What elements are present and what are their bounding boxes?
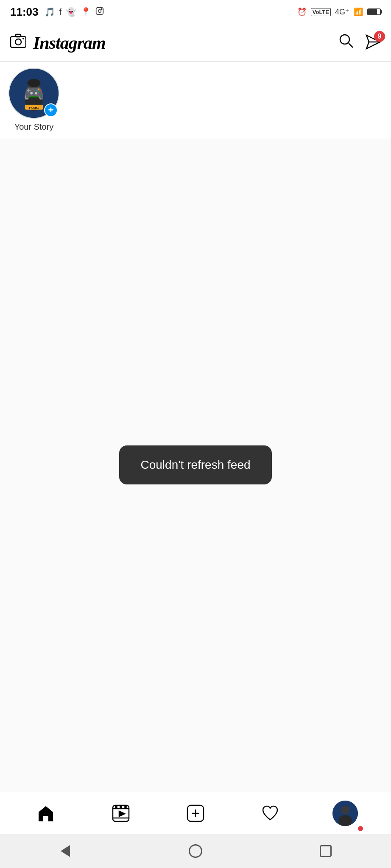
- header-left: Instagram: [10, 33, 106, 53]
- profile-avatar: [332, 801, 358, 826]
- nav-profile[interactable]: [328, 796, 362, 830]
- battery-icon: [367, 8, 381, 15]
- android-recent-button[interactable]: [315, 840, 336, 862]
- 4g-icon: 4G⁺: [335, 7, 349, 17]
- volte-label: VoLTE: [311, 8, 331, 16]
- svg-point-7: [340, 35, 349, 44]
- home-circle-icon: [189, 844, 202, 858]
- instagram-status-icon: [95, 7, 104, 17]
- instagram-logo: Instagram: [33, 33, 106, 53]
- nav-activity[interactable]: [253, 796, 287, 830]
- stories-bar: PUBG + Your Story: [0, 62, 391, 138]
- status-time: 11:03: [10, 6, 39, 19]
- android-home-button[interactable]: [185, 840, 206, 862]
- signal-icon: 📶: [354, 7, 363, 17]
- your-story-avatar-wrapper: PUBG +: [8, 68, 59, 119]
- svg-point-2: [101, 8, 102, 10]
- svg-point-25: [120, 806, 122, 808]
- snapchat-icon: 👻: [66, 7, 76, 17]
- error-message: Couldn't refresh feed: [140, 458, 250, 472]
- status-bar: 11:03 🎵 f 👻 📍 ⏰ VoLTE 4G⁺ 📶: [0, 0, 391, 24]
- header-right: 9: [338, 33, 381, 52]
- svg-rect-15: [28, 91, 41, 93]
- svg-point-4: [15, 39, 21, 45]
- android-back-button[interactable]: [55, 840, 76, 862]
- svg-rect-17: [28, 95, 41, 97]
- status-icons: 🎵 f 👻 📍: [45, 7, 104, 17]
- svg-text:PUBG: PUBG: [29, 106, 39, 110]
- search-icon[interactable]: [338, 33, 354, 52]
- profile-notification-dot: [357, 825, 364, 832]
- add-story-button[interactable]: +: [44, 103, 58, 117]
- svg-point-14: [28, 79, 41, 87]
- camera-icon[interactable]: [10, 33, 26, 52]
- error-toast[interactable]: Couldn't refresh feed: [119, 445, 271, 484]
- svg-point-24: [115, 806, 117, 808]
- svg-point-26: [124, 806, 127, 808]
- location-icon: 📍: [81, 7, 91, 17]
- svg-point-1: [98, 9, 101, 12]
- svg-rect-16: [28, 93, 41, 95]
- status-right: ⏰ VoLTE 4G⁺ 📶: [297, 7, 381, 17]
- svg-rect-5: [16, 34, 21, 37]
- nav-reels[interactable]: [104, 796, 138, 830]
- dm-button[interactable]: 9: [366, 34, 381, 51]
- dm-badge: 9: [374, 31, 385, 42]
- nav-add[interactable]: [179, 796, 212, 830]
- alarm-icon: ⏰: [297, 7, 307, 17]
- android-nav-bar: [0, 834, 391, 868]
- status-left: 11:03 🎵 f 👻 📍: [10, 6, 104, 19]
- bottom-nav: [0, 792, 391, 834]
- recents-square-icon: [320, 845, 332, 857]
- your-story-item[interactable]: PUBG + Your Story: [8, 68, 59, 132]
- svg-line-8: [349, 43, 353, 47]
- nav-home[interactable]: [29, 796, 63, 830]
- svg-marker-27: [119, 811, 125, 816]
- spotify-icon: 🎵: [45, 7, 55, 17]
- facebook-icon: f: [59, 7, 62, 17]
- svg-point-6: [22, 38, 24, 39]
- back-arrow-icon: [61, 845, 70, 857]
- feed-area: Couldn't refresh feed: [0, 138, 391, 792]
- your-story-label: Your Story: [14, 122, 54, 132]
- instagram-header: Instagram 9: [0, 24, 391, 62]
- svg-point-32: [341, 806, 349, 814]
